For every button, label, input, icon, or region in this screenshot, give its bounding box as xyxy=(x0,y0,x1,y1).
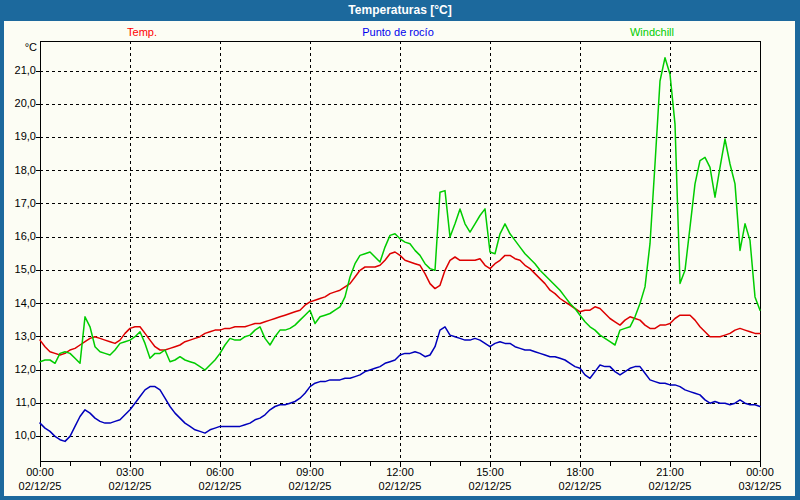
plot-area xyxy=(0,0,800,500)
app-window: Temperaturas [°C] Temp. Punto de rocío W… xyxy=(0,0,800,500)
